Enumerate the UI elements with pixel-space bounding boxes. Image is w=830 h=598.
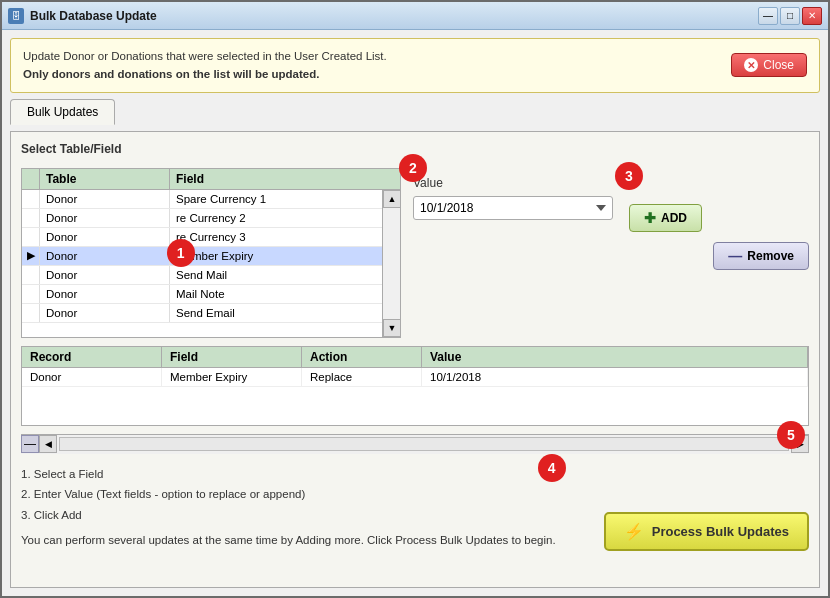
td-indicator — [22, 285, 40, 303]
th-field: Field — [170, 169, 382, 189]
close-x-icon: ✕ — [744, 58, 758, 72]
value-section: Value 10/1/2018 — [413, 176, 613, 220]
th-indicator — [22, 169, 40, 189]
window-close-button[interactable]: ✕ — [802, 7, 822, 25]
td-table: Donor — [40, 304, 170, 322]
value-label: Value — [413, 176, 613, 190]
td-field: Send Email — [170, 304, 382, 322]
td-table: Donor — [40, 228, 170, 246]
info-banner-text: Update Donor or Donations that were sele… — [23, 47, 387, 84]
content-area: Update Donor or Donations that were sele… — [2, 30, 828, 596]
remove-icon: — — [728, 248, 742, 264]
rc-field: Member Expiry — [162, 368, 302, 386]
td-table: Donor — [40, 209, 170, 227]
maximize-button[interactable]: □ — [780, 7, 800, 25]
add-button[interactable]: ✚ ADD — [629, 204, 702, 232]
table-wrapper: 1 Table Field — [21, 168, 401, 338]
table-container: Table Field Donor Spare Currency 1 — [21, 168, 401, 338]
results-header: Record Field Action Value — [22, 347, 808, 368]
badge-5: 5 — [777, 421, 805, 449]
td-table: Donor — [40, 190, 170, 208]
td-indicator-selected: ▶ — [22, 247, 40, 265]
td-indicator — [22, 209, 40, 227]
tab-container: Bulk Updates — [10, 99, 820, 125]
td-field: Member Expiry — [170, 247, 382, 265]
scroll-left-button[interactable]: ◀ — [39, 435, 57, 453]
rh-value: Value — [422, 347, 808, 367]
td-table: Donor — [40, 266, 170, 284]
td-field: Mail Note — [170, 285, 382, 303]
add-icon: ✚ — [644, 210, 656, 226]
rh-field: Field — [162, 347, 302, 367]
scroll-track — [383, 208, 400, 319]
badge-1: 1 — [167, 239, 195, 267]
window-controls: — □ ✕ — [758, 7, 822, 25]
title-bar: 🗄 Bulk Database Update — □ ✕ — [2, 2, 828, 30]
results-body: Donor Member Expiry Replace 10/1/2018 — [22, 368, 808, 425]
td-indicator — [22, 190, 40, 208]
rh-action: Action — [302, 347, 422, 367]
rc-record: Donor — [22, 368, 162, 386]
td-indicator — [22, 304, 40, 322]
td-table: Donor — [40, 247, 170, 265]
right-panel: 2 Value 10/1/2018 — [413, 168, 809, 338]
badge-4: 4 — [538, 454, 566, 482]
footer-area: 4 1. Select a Field 2. Enter Value (Text… — [21, 464, 809, 551]
td-field: Spare Currency 1 — [170, 190, 382, 208]
remove-button[interactable]: — Remove — [713, 242, 809, 270]
table-header: Table Field — [22, 169, 400, 190]
scroll-up-button[interactable]: ▲ — [383, 190, 400, 208]
table-row-selected[interactable]: ▶ Donor Member Expiry — [22, 247, 382, 266]
table-row[interactable]: Donor Send Mail — [22, 266, 382, 285]
td-table: Donor — [40, 285, 170, 303]
table-scroll: ▲ ▼ — [382, 190, 400, 337]
rc-action: Replace — [302, 368, 422, 386]
table-row[interactable]: Donor Send Email — [22, 304, 382, 323]
td-indicator — [22, 228, 40, 246]
rc-value: 10/1/2018 — [422, 368, 808, 386]
table-row[interactable]: Donor re Currency 2 — [22, 209, 382, 228]
window-icon: 🗄 — [8, 8, 24, 24]
scroll-minus-button[interactable]: — — [21, 435, 39, 453]
main-window: 🗄 Bulk Database Update — □ ✕ Update Dono… — [0, 0, 830, 598]
process-bulk-updates-button[interactable]: ⚡ Process Bulk Updates — [604, 512, 809, 551]
window-title: Bulk Database Update — [30, 9, 758, 23]
td-field: re Currency 3 — [170, 228, 382, 246]
rh-record: Record — [22, 347, 162, 367]
tab-panel: Select Table/Field 1 Table — [10, 131, 820, 588]
info-banner: Update Donor or Donations that were sele… — [10, 38, 820, 93]
th-scroll — [382, 169, 400, 189]
th-table: Table — [40, 169, 170, 189]
badge-2: 2 — [399, 154, 427, 182]
scrollbar-area: — ◀ 5 ▶ — [21, 434, 809, 454]
lightning-icon: ⚡ — [624, 522, 644, 541]
value-dropdown-row: 10/1/2018 — [413, 196, 613, 220]
table-row[interactable]: Donor Spare Currency 1 — [22, 190, 382, 209]
minimize-button[interactable]: — — [758, 7, 778, 25]
table-field-area: 1 Table Field — [21, 168, 401, 338]
results-table: Record Field Action Value Donor Member E… — [21, 346, 809, 426]
td-field: re Currency 2 — [170, 209, 382, 227]
td-field: Send Mail — [170, 266, 382, 284]
tab-bulk-updates[interactable]: Bulk Updates — [10, 99, 115, 125]
result-row[interactable]: Donor Member Expiry Replace 10/1/2018 — [22, 368, 808, 387]
table-body: Donor Spare Currency 1 Donor re Currency… — [22, 190, 382, 337]
close-button[interactable]: ✕ Close — [731, 53, 807, 77]
horizontal-scrollbar[interactable] — [59, 437, 789, 451]
badge-3: 3 — [615, 162, 643, 190]
value-dropdown[interactable]: 10/1/2018 — [413, 196, 613, 220]
scroll-down-button[interactable]: ▼ — [383, 319, 400, 337]
instructions: 1. Select a Field 2. Enter Value (Text f… — [21, 464, 556, 551]
td-indicator — [22, 266, 40, 284]
upper-section: 1 Table Field — [21, 168, 809, 338]
table-row[interactable]: Donor re Currency 3 — [22, 228, 382, 247]
table-row[interactable]: Donor Mail Note — [22, 285, 382, 304]
